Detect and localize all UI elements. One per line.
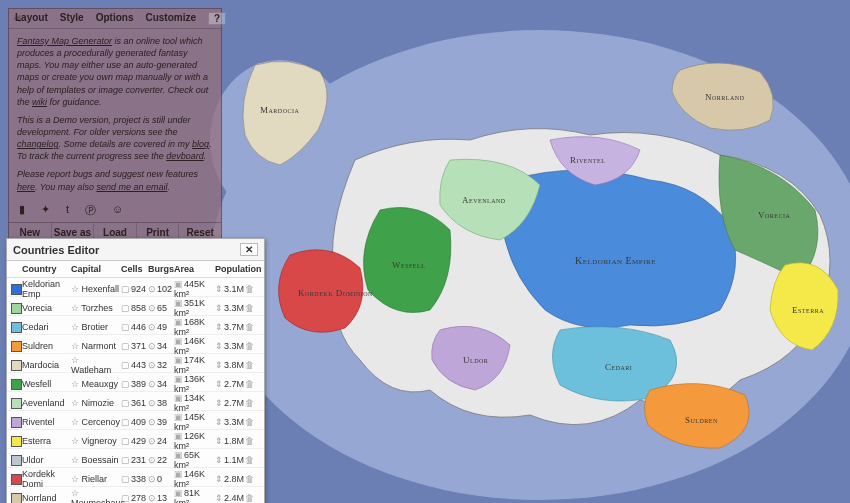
burgs-value: 32 — [148, 360, 174, 370]
country-row[interactable]: WesfellMeauxgy38934136K km²2.7M🗑 — [7, 373, 264, 392]
population-value: 1.1M — [215, 455, 245, 465]
capital-name[interactable]: Narmont — [71, 341, 121, 351]
color-swatch[interactable] — [11, 379, 22, 390]
country-name[interactable]: Vorecia — [22, 303, 71, 313]
delete-row-icon[interactable]: 🗑 — [245, 436, 256, 446]
delete-row-icon[interactable]: 🗑 — [245, 303, 256, 313]
delete-row-icon[interactable]: 🗑 — [245, 417, 256, 427]
delete-row-icon[interactable]: 🗑 — [245, 284, 256, 294]
delete-row-icon[interactable]: 🗑 — [245, 360, 256, 370]
pinterest-icon[interactable]: Ⓟ — [85, 203, 96, 218]
countries-editor[interactable]: Countries Editor ✕ Country Capital Cells… — [6, 238, 265, 503]
delete-row-icon[interactable]: 🗑 — [245, 493, 256, 503]
capital-name[interactable]: Moumechaus — [71, 488, 121, 503]
capital-name[interactable]: Watleham — [71, 355, 121, 375]
social-row: ▮ ✦ t Ⓟ ☺ — [9, 199, 221, 222]
tab-customize[interactable]: Customize — [145, 12, 196, 25]
population-value: 2.8M — [215, 474, 245, 484]
area-value: 168K km² — [174, 317, 215, 337]
country-name[interactable]: Kordekk Domi — [22, 469, 71, 489]
country-row[interactable]: RiventelCercenoy40939145K km²3.3M🗑 — [7, 411, 264, 430]
capital-name[interactable]: Meauxgy — [71, 379, 121, 389]
info-body: Fantasy Map Generator is an online tool … — [9, 29, 221, 199]
delete-row-icon[interactable]: 🗑 — [245, 322, 256, 332]
color-swatch[interactable] — [11, 493, 22, 504]
tab-options[interactable]: Options — [96, 12, 134, 25]
col-burgs[interactable]: Burgs — [148, 264, 174, 274]
capital-name[interactable]: Brotier — [71, 322, 121, 332]
capital-name[interactable]: Nimozie — [71, 398, 121, 408]
population-value: 3.3M — [215, 417, 245, 427]
country-row[interactable]: UldorBoessain2312265K km²1.1M🗑 — [7, 449, 264, 468]
cells-value: 443 — [121, 360, 148, 370]
country-row[interactable]: NorrlandMoumechaus2781381K km²2.4M🗑 — [7, 487, 264, 503]
col-capital[interactable]: Capital — [71, 264, 121, 274]
link-title[interactable]: Fantasy Map Generator — [17, 36, 112, 46]
population-value: 2.7M — [215, 379, 245, 389]
country-row[interactable]: EsterraVigneroy42924126K km²1.8M🗑 — [7, 430, 264, 449]
link-devboard[interactable]: devboard — [166, 151, 204, 161]
col-cells[interactable]: Cells — [121, 264, 148, 274]
capital-name[interactable]: Boessain — [71, 455, 121, 465]
link-here[interactable]: here — [17, 182, 35, 192]
color-swatch[interactable] — [11, 284, 22, 295]
capital-name[interactable]: Hexenfall — [71, 284, 121, 294]
color-swatch[interactable] — [11, 322, 22, 333]
color-swatch[interactable] — [11, 436, 22, 447]
reddit-icon[interactable]: ☺ — [112, 203, 123, 218]
tab-style[interactable]: Style — [60, 12, 84, 25]
capital-name[interactable]: Riellar — [71, 474, 121, 484]
help-button[interactable]: ? — [208, 12, 226, 25]
delete-row-icon[interactable]: 🗑 — [245, 474, 256, 484]
link-wiki[interactable]: wiki — [32, 97, 47, 107]
link-blog[interactable]: blog — [192, 139, 209, 149]
capital-name[interactable]: Vigneroy — [71, 436, 121, 446]
col-area[interactable]: Area — [174, 264, 215, 274]
country-name[interactable]: Suldren — [22, 341, 71, 351]
country-row[interactable]: AevenlandNimozie36138134K km²2.7M🗑 — [7, 392, 264, 411]
color-swatch[interactable] — [11, 341, 22, 352]
link-email[interactable]: send me an email — [96, 182, 167, 192]
color-swatch[interactable] — [11, 474, 22, 485]
col-country[interactable]: Country — [22, 264, 71, 274]
capital-name[interactable]: Cercenoy — [71, 417, 121, 427]
country-name[interactable]: Esterra — [22, 436, 71, 446]
color-swatch[interactable] — [11, 360, 22, 371]
delete-row-icon[interactable]: 🗑 — [245, 341, 256, 351]
country-row[interactable]: MardociaWatleham44332174K km²3.8M🗑 — [7, 354, 264, 373]
country-name[interactable]: Aevenland — [22, 398, 71, 408]
delete-row-icon[interactable]: 🗑 — [245, 455, 256, 465]
delete-row-icon[interactable]: 🗑 — [245, 379, 256, 389]
color-swatch[interactable] — [11, 303, 22, 314]
facebook-icon[interactable]: ▮ — [19, 203, 25, 218]
twitter-icon[interactable]: ✦ — [41, 203, 50, 218]
area-value: 134K km² — [174, 393, 215, 413]
delete-row-icon[interactable]: 🗑 — [245, 398, 256, 408]
close-button[interactable]: ✕ — [240, 243, 258, 256]
area-value: 146K km² — [174, 336, 215, 356]
country-row[interactable]: Keldorian EmpHexenfall924102445K km²3.1M… — [7, 278, 264, 297]
cells-value: 338 — [121, 474, 148, 484]
country-row[interactable]: SuldrenNarmont37134146K km²3.3M🗑 — [7, 335, 264, 354]
tab-layout[interactable]: Layout — [15, 12, 48, 25]
country-name[interactable]: Wesfell — [22, 379, 71, 389]
country-row[interactable]: Kordekk DomiRiellar3380146K km²2.8M🗑 — [7, 468, 264, 487]
population-value: 2.4M — [215, 493, 245, 503]
country-row[interactable]: VoreciaTorzhes85865351K km²3.3M🗑 — [7, 297, 264, 316]
color-swatch[interactable] — [11, 417, 22, 428]
tumblr-icon[interactable]: t — [66, 203, 69, 218]
link-changelog[interactable]: changelog — [17, 139, 59, 149]
color-swatch[interactable] — [11, 398, 22, 409]
color-swatch[interactable] — [11, 455, 22, 466]
country-name[interactable]: Uldor — [22, 455, 71, 465]
cells-value: 361 — [121, 398, 148, 408]
country-name[interactable]: Mardocia — [22, 360, 71, 370]
country-row[interactable]: CedariBrotier44649168K km²3.7M🗑 — [7, 316, 264, 335]
country-name[interactable]: Keldorian Emp — [22, 279, 71, 299]
col-population[interactable]: Population — [215, 264, 245, 274]
capital-name[interactable]: Torzhes — [71, 303, 121, 313]
country-name[interactable]: Riventel — [22, 417, 71, 427]
cells-value: 278 — [121, 493, 148, 503]
country-name[interactable]: Norrland — [22, 493, 71, 503]
country-name[interactable]: Cedari — [22, 322, 71, 332]
